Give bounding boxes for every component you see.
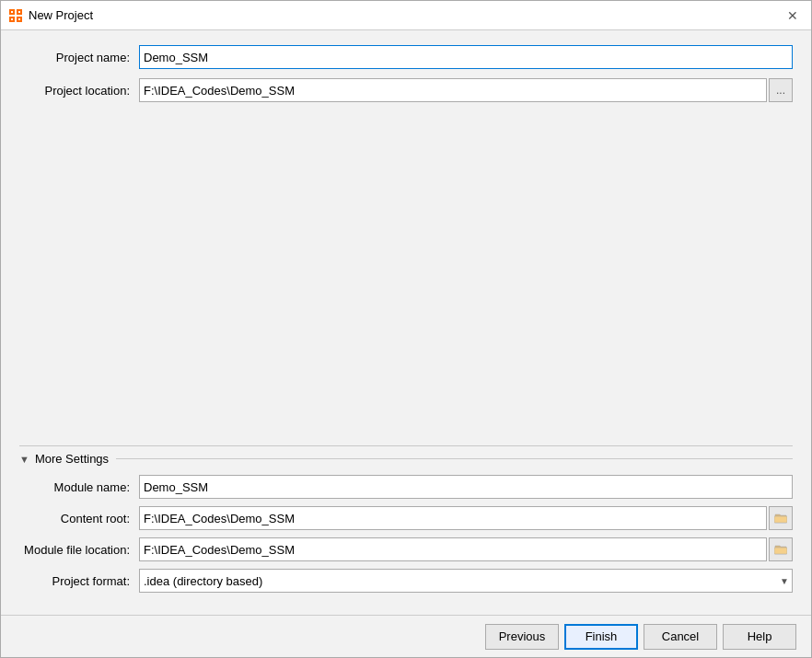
more-settings-body: Module name: Content root: — [19, 471, 793, 607]
svg-rect-4 — [11, 11, 13, 13]
svg-rect-5 — [18, 11, 20, 13]
dialog-title: New Project — [29, 8, 782, 22]
spacer — [19, 111, 793, 442]
module-name-row: Module name: — [19, 475, 793, 499]
content-root-input[interactable] — [139, 506, 767, 530]
module-name-input[interactable] — [139, 475, 793, 499]
folder-icon — [774, 513, 787, 524]
svg-rect-7 — [18, 18, 20, 20]
previous-button[interactable]: Previous — [485, 624, 559, 650]
bottom-bar: Previous Finish Cancel Help — [1, 615, 811, 657]
module-name-label: Module name: — [19, 480, 139, 494]
more-settings-section: ▼ More Settings Module name: Content roo… — [19, 445, 793, 607]
help-button[interactable]: Help — [723, 624, 796, 650]
project-format-row: Project format: .idea (directory based) … — [19, 569, 793, 593]
app-icon — [8, 8, 23, 23]
more-settings-divider — [116, 458, 793, 459]
more-settings-label: More Settings — [35, 452, 109, 466]
project-name-input[interactable] — [139, 45, 793, 69]
project-name-label: Project name: — [19, 51, 139, 64]
content-root-label: Content root: — [19, 512, 139, 525]
module-name-input-wrapper — [139, 475, 793, 499]
finish-button[interactable]: Finish — [564, 624, 638, 650]
module-file-location-browse-button[interactable] — [769, 537, 793, 561]
svg-rect-6 — [11, 18, 13, 20]
content-root-browse-button[interactable] — [769, 506, 793, 530]
dialog-content: Project name: Project location: ... ▼ Mo… — [1, 30, 811, 615]
module-file-location-input[interactable] — [139, 537, 767, 561]
project-location-label: Project location: — [19, 84, 139, 98]
module-file-location-input-wrapper — [139, 537, 793, 561]
new-project-dialog: New Project ✕ Project name: Project loca… — [0, 0, 812, 658]
content-root-input-wrapper — [139, 506, 793, 530]
module-file-location-label: Module file location: — [19, 543, 139, 557]
project-format-select-wrapper: .idea (directory based) .ipr (file based… — [139, 569, 793, 593]
project-location-input[interactable] — [139, 78, 767, 102]
project-format-label: Project format: — [19, 574, 139, 588]
project-location-browse-button[interactable]: ... — [769, 78, 793, 102]
cancel-button[interactable]: Cancel — [644, 624, 717, 650]
module-file-location-row: Module file location: — [19, 537, 793, 561]
project-format-select[interactable]: .idea (directory based) .ipr (file based… — [139, 569, 793, 593]
folder-icon-2 — [774, 544, 787, 555]
project-format-dropdown-wrapper: .idea (directory based) .ipr (file based… — [139, 569, 793, 593]
more-settings-arrow-icon: ▼ — [19, 454, 29, 465]
more-settings-toggle[interactable]: ▼ More Settings — [19, 446, 793, 471]
title-bar: New Project ✕ — [1, 1, 811, 30]
project-location-input-wrapper: ... — [139, 78, 793, 102]
project-location-row: Project location: ... — [19, 78, 793, 102]
close-button[interactable]: ✕ — [782, 5, 804, 27]
project-name-input-wrapper — [139, 45, 793, 69]
content-root-row: Content root: — [19, 506, 793, 530]
project-name-row: Project name: — [19, 45, 793, 69]
